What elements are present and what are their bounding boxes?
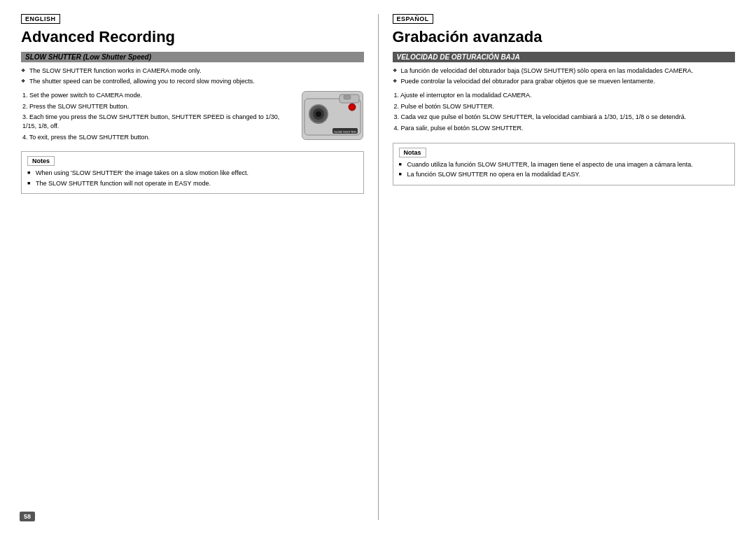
lang-badge-english: ENGLISH xyxy=(21,14,60,24)
spanish-notes-label: Notas xyxy=(399,148,426,157)
svg-point-8 xyxy=(349,104,356,111)
english-step-list: 1. Set the power switch to CAMERA mode. … xyxy=(21,91,295,141)
step-1-en: 1. Set the power switch to CAMERA mode. xyxy=(21,91,295,100)
page: ENGLISH Advanced Recording SLOW SHUTTER … xyxy=(0,0,756,534)
svg-point-4 xyxy=(316,111,321,117)
step-3-en: 3. Each time you press the SLOW SHUTTER … xyxy=(21,113,295,130)
step-2-es: 2. Pulse el botón SLOW SHUTTER. xyxy=(393,102,736,111)
step-4-es: 4. Para salir, pulse el botón SLOW SHUTT… xyxy=(393,124,736,133)
english-notes-label: Notes xyxy=(27,156,55,166)
spanish-notes-box: Notas Cuando utiliza la función SLOW SHU… xyxy=(393,143,736,185)
steps-and-image: 1. Set the power switch to CAMERA mode. … xyxy=(21,91,364,146)
english-bullet-2: The shutter speed can be controlled, all… xyxy=(21,77,364,86)
spanish-note-2: La función SLOW SHUTTER no opera en la m… xyxy=(399,170,729,179)
spanish-step-list: 1. Ajuste el interruptor en la modalidad… xyxy=(393,91,736,132)
spanish-note-1: Cuando utiliza la función SLOW SHUTTER, … xyxy=(399,160,729,169)
col-english: ENGLISH Advanced Recording SLOW SHUTTER … xyxy=(21,14,379,520)
english-bullets: The SLOW SHUTTER function works in CAMER… xyxy=(21,66,364,85)
spanish-bullet-1: La función de velocidad del obturador ba… xyxy=(393,66,736,76)
camera-image-col: SLOW SHUTTER xyxy=(301,91,364,140)
english-badge: ENGLISH xyxy=(21,14,364,27)
spanish-badge: ESPAÑOL xyxy=(393,14,736,27)
step-4-en: 4. To exit, press the SLOW SHUTTER butto… xyxy=(21,133,295,142)
svg-text:SLOW SHUTTER: SLOW SHUTTER xyxy=(334,130,356,134)
spanish-notes-list: Cuando utiliza la función SLOW SHUTTER, … xyxy=(399,160,729,179)
spanish-steps-col: 1. Ajuste el interruptor en la modalidad… xyxy=(393,91,736,136)
columns: ENGLISH Advanced Recording SLOW SHUTTER … xyxy=(21,14,735,520)
english-bullet-1: The SLOW SHUTTER function works in CAMER… xyxy=(21,66,364,76)
english-notes-box: Notes When using 'SLOW SHUTTER' the imag… xyxy=(21,151,364,194)
page-number: 58 xyxy=(20,512,35,521)
lang-badge-spanish: ESPAÑOL xyxy=(393,14,433,24)
svg-rect-5 xyxy=(344,95,351,99)
velocidad-header: VELOCIDAD DE OBTURACIÓN BAJA xyxy=(393,52,736,62)
english-note-1: When using 'SLOW SHUTTER' the image take… xyxy=(27,169,358,178)
spanish-section-title: Grabación avanzada xyxy=(393,28,736,46)
camera-svg: SLOW SHUTTER xyxy=(303,93,362,139)
english-section-title: Advanced Recording xyxy=(21,28,364,46)
spanish-bullet-2: Puede controlar la velocidad del obturad… xyxy=(393,77,736,86)
camera-illustration: SLOW SHUTTER xyxy=(302,91,363,140)
spanish-bullets: La función de velocidad del obturador ba… xyxy=(393,66,736,85)
step-1-es: 1. Ajuste el interruptor en la modalidad… xyxy=(393,91,736,100)
english-notes-list: When using 'SLOW SHUTTER' the image take… xyxy=(27,169,358,188)
step-3-es: 3. Cada vez que pulse el botón SLOW SHUT… xyxy=(393,113,736,122)
step-2-en: 2. Press the SLOW SHUTTER button. xyxy=(21,102,295,111)
slow-shutter-header: SLOW SHUTTER (Low Shutter Speed) xyxy=(21,52,364,62)
col-spanish: ESPAÑOL Grabación avanzada VELOCIDAD DE … xyxy=(379,14,736,520)
english-note-2: The SLOW SHUTTER function will not opera… xyxy=(27,179,358,188)
spanish-steps-area: 1. Ajuste el interruptor en la modalidad… xyxy=(393,91,736,136)
english-steps-col: 1. Set the power switch to CAMERA mode. … xyxy=(21,91,295,146)
